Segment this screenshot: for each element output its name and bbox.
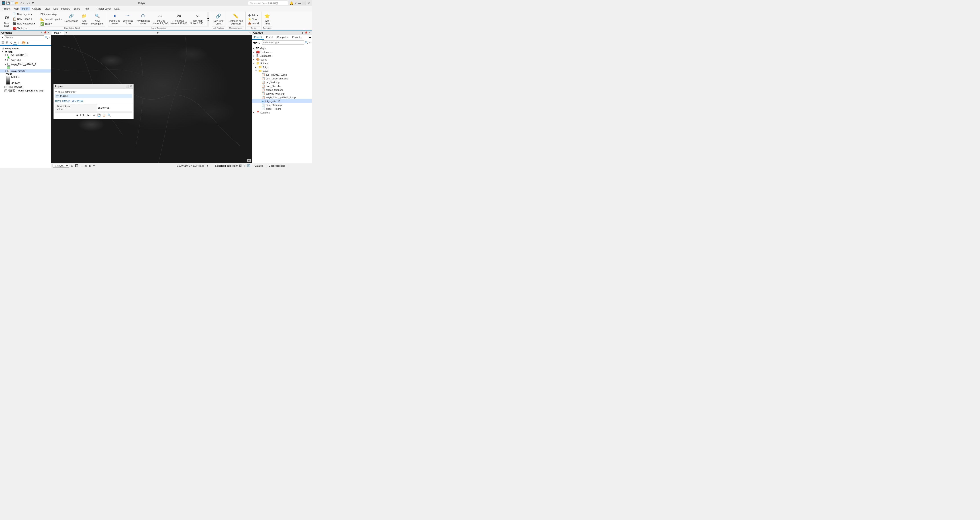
list-view-icon[interactable]: ☰ <box>1 41 5 45</box>
menu-project[interactable]: Project <box>1 7 12 11</box>
command-search[interactable] <box>248 1 288 5</box>
catalog-locators-item[interactable]: ▶ 📍 Locators <box>252 111 312 114</box>
catalog-close-icon[interactable]: ✕ <box>309 32 310 34</box>
connections-button[interactable]: 🔗 Connections <box>64 12 79 26</box>
popup-nav-prev[interactable]: ◀ <box>76 114 78 117</box>
catalog-subway-shp[interactable]: ▶ 📋 subway_9kei.shp <box>252 92 312 95</box>
popup-search-icon[interactable]: 🔍 <box>108 114 111 117</box>
new-report-button[interactable]: 📋 New Report ▾ <box>11 17 36 21</box>
bottom-tab-catalog[interactable]: Catalog <box>252 164 266 168</box>
import-style-button[interactable]: 📥 Import <box>247 21 260 25</box>
layer-cvs[interactable]: ▼ cvs_jgd2011_9 <box>0 53 51 57</box>
point-map-notes-button[interactable]: ● Point MapNotes <box>108 12 122 26</box>
catalog-search-dropdown[interactable]: ▼ <box>309 41 311 44</box>
restore-button[interactable]: ⬜ <box>302 2 306 5</box>
map-tool-3[interactable]: ↔ <box>80 164 83 167</box>
new-layout-button[interactable]: 📄 New Layout ▾ <box>11 12 36 16</box>
catalog-station-shp[interactable]: ▶ 📋 station_9kei.shp <box>252 88 312 92</box>
popup-print-icon[interactable]: 🖨 <box>93 114 95 117</box>
cvs-checkbox[interactable] <box>7 54 10 56</box>
map-coord-dropdown[interactable]: ▼ <box>206 164 209 167</box>
catalog-back-icon[interactable]: ◀ <box>253 41 255 44</box>
import-layout-button[interactable]: 📐 Import Layout ▾ <box>39 17 63 21</box>
new-style-button[interactable]: ⭐ New ▾ <box>247 17 260 21</box>
scale-selector[interactable]: 1:209,631 <box>52 164 69 168</box>
topographic-checkbox[interactable]: ✓ <box>5 89 7 92</box>
add-style-button[interactable]: ➕ Add ▾ <box>247 13 260 17</box>
contents-search-input[interactable] <box>4 35 45 40</box>
undo-dropdown[interactable]: ▼ <box>23 2 25 4</box>
toolboxes-expand-icon[interactable]: ▶ <box>253 51 256 53</box>
river-expand-icon[interactable]: ▼ <box>5 59 7 61</box>
tokyo-folder-expand[interactable]: ▶ <box>255 66 258 68</box>
srtm-checkbox[interactable]: ✓ <box>7 70 10 72</box>
popup-close-icon[interactable]: ✕ <box>130 85 132 88</box>
tokyo23-expand-icon[interactable]: ▼ <box>5 63 7 65</box>
popup-nav-next[interactable]: ▶ <box>88 114 89 117</box>
layer-srtm[interactable]: ▼ ✓ tokyo_srtm.tif <box>0 70 51 73</box>
more-commands[interactable]: ▼ <box>32 2 34 5</box>
catalog-rail-shp[interactable]: ▶ 📋 rail_9kei.shp <box>252 80 312 84</box>
catalog-styles-item[interactable]: ▶ 🎨 Styles <box>252 58 312 62</box>
notification-icon[interactable]: 🔔 <box>290 2 293 5</box>
map-corner-icon[interactable]: ⊞ <box>247 159 251 162</box>
new-investigation-button[interactable]: 🔍 NewInvestigation <box>89 12 105 26</box>
toolbox-button[interactable]: 🧰 Toolbox ▾ <box>11 26 36 30</box>
catalog-toolboxes-item[interactable]: ▶ 🧰 Toolboxes <box>252 50 312 54</box>
map-canvas[interactable]: Pop-up _ ⬜ ✕ ▼ tokyo_srtm.tif (1) <box>51 35 252 163</box>
layer-topographic[interactable]: ✓ 地形図（World Topographic Map） <box>0 89 51 93</box>
catalog-collapse-icon[interactable]: ⬆ <box>302 32 304 34</box>
catalog-tokyo-sub[interactable]: ▼ 📁 tokyo <box>252 69 312 73</box>
add-folder-button[interactable]: 📁 AddFolder <box>80 12 89 26</box>
menu-share[interactable]: Share <box>72 7 82 11</box>
chizu-checkbox[interactable]: ✓ <box>5 86 7 88</box>
catalog-srtm-tif[interactable]: ▶ 🖼 tokyo_srtm.tif <box>252 99 312 103</box>
layer-map[interactable]: ▼ 🗺 Map <box>0 50 51 53</box>
menu-insert[interactable]: Insert <box>21 7 30 11</box>
map-tool-2[interactable]: 🔲 <box>75 164 78 167</box>
layer-chizu[interactable]: ✓ 注記（地形図） <box>0 85 51 89</box>
popup-layer-expand-icon[interactable]: ▼ <box>55 91 57 93</box>
maps-expand-icon[interactable]: ▶ <box>253 47 256 49</box>
catalog-folders-item[interactable]: ▼ 📁 Folders <box>252 62 312 65</box>
new-notebook-button[interactable]: 📓 New Notebook ▾ <box>11 21 36 26</box>
refresh-icon[interactable]: 🔄 <box>247 164 250 167</box>
layer-scroll-arrow[interactable]: ▲ ▼ <box>207 12 209 26</box>
popup-copy-icon[interactable]: 📋 <box>102 114 106 117</box>
menu-help[interactable]: Help <box>82 7 91 11</box>
catalog-tab-project[interactable]: Project <box>252 35 264 40</box>
import-map-button[interactable]: 🗺 Import Map <box>39 12 63 17</box>
minimize-button[interactable]: — <box>298 2 301 5</box>
layer-river[interactable]: ▼ river_9kei <box>0 58 51 62</box>
map-tool-dropdown[interactable]: ▼ <box>93 164 95 167</box>
catalog-search-icon[interactable]: 🔍 <box>305 41 308 44</box>
menu-imagery[interactable]: Imagery <box>59 7 72 11</box>
new-map-button[interactable]: 🗺 NewMap <box>2 14 11 28</box>
catalog-menu-icon[interactable]: ≡ <box>308 36 312 39</box>
map-expand-icon[interactable]: ▼ <box>2 51 4 53</box>
catalog-gisoer-xml[interactable]: ▶ 📄 gisoer_tile.xml <box>252 107 312 111</box>
grid-icon[interactable]: ⊞ <box>18 41 21 45</box>
catalog-tab-portal[interactable]: Portal <box>264 35 275 40</box>
add-item-button[interactable]: ⭐ AddItem <box>263 12 272 26</box>
catalog-river-shp[interactable]: ▶ 📋 river_9kei.shp <box>252 84 312 88</box>
cvs-expand-icon[interactable]: ▼ <box>5 54 7 56</box>
pause-icon[interactable]: ⏸ <box>243 164 246 167</box>
map-tab[interactable]: Map ✕ <box>51 30 64 35</box>
contents-collapse-icon[interactable]: ⬆ <box>41 31 43 34</box>
locators-expand-icon[interactable]: ▶ <box>253 111 256 114</box>
undo[interactable]: ↩ <box>20 2 22 5</box>
catalog-post-csv[interactable]: ▶ 📄 post_office.csv <box>252 103 312 107</box>
redo-dropdown[interactable]: ▼ <box>29 2 31 4</box>
catalog-tab-favorites[interactable]: Favorites <box>290 35 304 40</box>
srtm-expand-icon[interactable]: ▼ <box>5 70 7 72</box>
catalog-tokyo-folder[interactable]: ▶ 📁 Tokyo <box>252 65 312 69</box>
map-tool-5[interactable]: ◐ <box>89 164 91 167</box>
filter-icon2[interactable]: ▽ <box>10 41 13 45</box>
tokyo-sub-expand[interactable]: ▼ <box>255 70 258 72</box>
polygon-map-notes-button[interactable]: ⬡ Polygon MapNotes <box>135 12 151 26</box>
menu-view[interactable]: View <box>43 7 52 11</box>
new-file[interactable]: 📄 <box>11 2 14 5</box>
popup-link[interactable]: tokyo_srtm.tif - 28.194405 <box>55 98 132 103</box>
help-icon[interactable]: ? <box>295 2 296 5</box>
